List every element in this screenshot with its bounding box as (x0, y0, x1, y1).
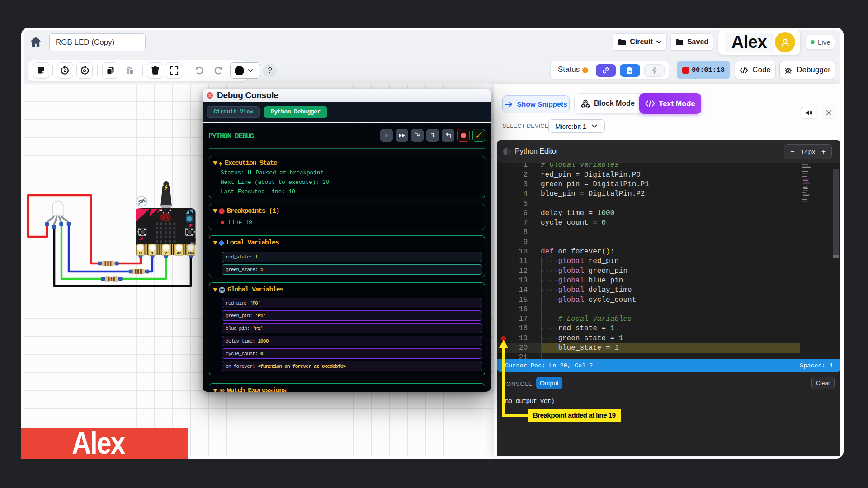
svg-text:2: 2 (165, 250, 167, 255)
svg-text:V2: V2 (190, 241, 194, 244)
svg-text:GND: GND (188, 251, 194, 254)
svg-text:0: 0 (139, 250, 142, 255)
svg-text:3V: 3V (177, 251, 181, 255)
svg-text:1: 1 (151, 250, 154, 255)
